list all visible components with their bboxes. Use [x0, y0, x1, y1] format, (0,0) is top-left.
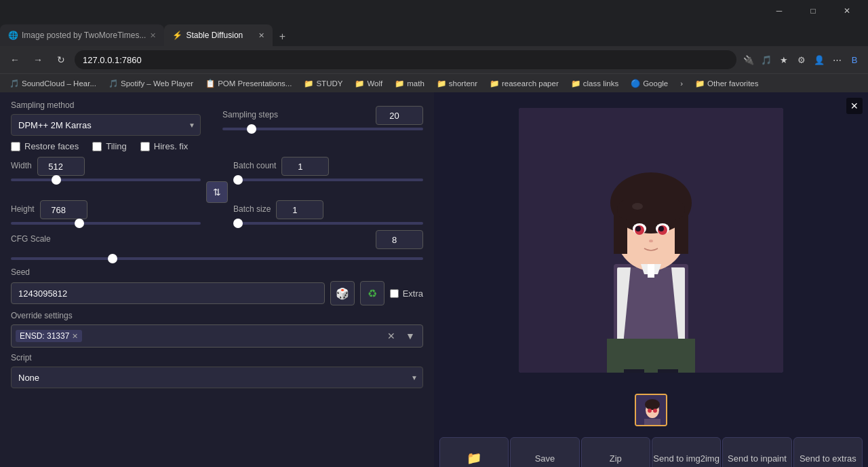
batch-size-input[interactable]: [276, 200, 323, 219]
override-tag: ENSD: 31337 ✕: [16, 330, 82, 342]
cfg-scale-input[interactable]: [376, 230, 423, 249]
restore-faces-input[interactable]: [11, 142, 20, 151]
new-tab-button[interactable]: +: [273, 27, 292, 46]
save-button[interactable]: Save: [510, 437, 579, 467]
left-panel: Sampling method DPM++ 2M Karras ▼ Sampli…: [0, 92, 434, 467]
cfg-scale-label: CFG Scale: [11, 234, 51, 244]
bookmark-icon[interactable]: ★: [776, 52, 792, 68]
hires-fix-input[interactable]: [140, 142, 150, 151]
maximize-button[interactable]: □: [797, 0, 829, 22]
extra-checkbox-input[interactable]: [390, 289, 399, 298]
svg-rect-24: [658, 369, 678, 373]
sampling-steps-input[interactable]: [376, 106, 423, 125]
seed-dice-button[interactable]: 🎲: [330, 281, 355, 305]
bookmark-wolf[interactable]: 📁 Wolf: [349, 76, 388, 91]
bookmark-research[interactable]: 📁 reasearch paper: [484, 76, 564, 91]
script-select[interactable]: None: [11, 367, 423, 388]
bookmark-other-favorites[interactable]: 📁 Other favorites: [690, 76, 764, 91]
settings-icon[interactable]: ⚙: [793, 52, 810, 68]
bookmark-soundcloud[interactable]: 🎵 SoundCloud – Hear...: [4, 76, 102, 91]
seed-row: 🎲 ♻ Extra: [11, 281, 423, 305]
restore-faces-checkbox[interactable]: Restore faces: [11, 141, 79, 151]
tab-close-2[interactable]: ✕: [258, 31, 264, 40]
tab-image[interactable]: 🌐 Image posted by TwoMoreTimes... ✕: [0, 24, 164, 46]
bookmark-more[interactable]: ›: [675, 76, 688, 91]
send-inpaint-button[interactable]: Send to inpaint: [722, 437, 791, 467]
height-slider[interactable]: [11, 222, 201, 225]
swap-dimensions-button[interactable]: ⇅: [206, 181, 228, 203]
folder-icon: 📁: [467, 451, 481, 466]
bookmark-google[interactable]: 🔵 Google: [625, 76, 673, 91]
menu-icon[interactable]: ⋯: [829, 52, 845, 68]
svg-point-27: [645, 399, 660, 410]
width-slider[interactable]: [11, 179, 201, 181]
bookmark-study[interactable]: 📁 STUDY: [298, 76, 348, 91]
tab-title-1: Image posted by TwoMoreTimes...: [22, 31, 146, 40]
bookmark-shortenr[interactable]: 📁 shortenr: [431, 76, 483, 91]
tiling-input[interactable]: [92, 142, 102, 151]
copilot-icon[interactable]: B: [846, 52, 863, 68]
seed-recycle-button[interactable]: ♻: [360, 281, 384, 305]
hires-fix-checkbox[interactable]: Hires. fix: [140, 141, 189, 151]
browser-chrome: ─ □ ✕ 🌐 Image posted by TwoMoreTimes... …: [0, 0, 868, 73]
refresh-button[interactable]: ↻: [52, 50, 71, 69]
tiling-checkbox[interactable]: Tiling: [92, 141, 127, 151]
bookmark-math[interactable]: 📁 math: [389, 76, 430, 91]
cfg-scale-slider[interactable]: [11, 257, 423, 260]
batch-count-input[interactable]: [281, 157, 329, 176]
bookmark-icon-other: 📁: [695, 79, 705, 88]
image-area: ✕: [434, 92, 868, 432]
sampling-method-select[interactable]: DPM++ 2M Karras: [11, 114, 201, 136]
send-extras-button[interactable]: Send to extras: [793, 437, 863, 467]
bookmark-icon-shortenr: 📁: [437, 79, 446, 88]
batch-size-row: Batch size: [233, 200, 423, 219]
tab-close-1[interactable]: ✕: [150, 31, 156, 40]
zip-label: Zip: [610, 453, 622, 465]
hires-fix-label: Hires. fix: [154, 141, 189, 151]
svg-point-20: [649, 240, 653, 242]
back-button[interactable]: ←: [5, 50, 24, 69]
bookmark-class-links[interactable]: 📁 class links: [566, 76, 624, 91]
forward-button[interactable]: →: [28, 50, 47, 69]
close-button[interactable]: ✕: [831, 0, 863, 22]
tab-bar: 🌐 Image posted by TwoMoreTimes... ✕ ⚡ St…: [0, 22, 868, 46]
zip-button[interactable]: Zip: [581, 437, 650, 467]
height-label: Height: [11, 204, 35, 214]
thumbnail-1[interactable]: [635, 394, 667, 426]
override-clear-button[interactable]: ✕: [383, 328, 399, 344]
svg-rect-30: [644, 419, 660, 426]
height-row: Height: [11, 200, 201, 219]
bookmark-icon-class-links: 📁: [571, 79, 580, 88]
batch-count-slider[interactable]: [233, 179, 423, 181]
override-dropdown-button[interactable]: ▼: [402, 328, 418, 344]
extra-checkbox[interactable]: Extra: [390, 288, 423, 299]
bookmark-label-class-links: class links: [583, 79, 618, 88]
svg-point-16: [635, 226, 641, 231]
close-image-button[interactable]: ✕: [846, 98, 863, 114]
extensions-icon[interactable]: 🔌: [741, 52, 757, 68]
checkboxes-row: Restore faces Tiling Hires. fix: [11, 141, 423, 151]
bookmark-pom[interactable]: 📋 POM Presentations...: [200, 76, 297, 91]
override-section: Override settings ENSD: 31337 ✕ ✕ ▼: [11, 311, 423, 348]
override-tag-close[interactable]: ✕: [72, 332, 78, 341]
page-content: Sampling method DPM++ 2M Karras ▼ Sampli…: [0, 92, 868, 467]
send-img2img-button[interactable]: Send to img2img: [652, 437, 721, 467]
spotify-icon[interactable]: 🎵: [758, 52, 774, 68]
width-input[interactable]: [37, 157, 85, 176]
height-input[interactable]: [40, 200, 87, 219]
sampling-steps-slider[interactable]: [222, 128, 423, 130]
tab-stable-diffusion[interactable]: ⚡ Stable Diffusion ✕: [164, 24, 273, 46]
bookmark-spotify[interactable]: 🎵 Spotify – Web Player: [103, 76, 199, 91]
override-tags-row[interactable]: ENSD: 31337 ✕ ✕ ▼: [11, 324, 423, 348]
seed-input[interactable]: [11, 282, 325, 304]
generated-image: [519, 108, 783, 373]
svg-rect-10: [617, 200, 685, 220]
bookmark-label-study: STUDY: [316, 79, 342, 88]
bookmark-label-google: Google: [643, 79, 668, 88]
profile-icon[interactable]: 👤: [811, 52, 827, 68]
batch-size-slider[interactable]: [233, 222, 423, 225]
address-input[interactable]: [75, 50, 736, 69]
send-extras-label: Send to extras: [800, 453, 856, 465]
open-folder-button[interactable]: 📁: [439, 437, 509, 467]
minimize-button[interactable]: ─: [764, 0, 795, 22]
